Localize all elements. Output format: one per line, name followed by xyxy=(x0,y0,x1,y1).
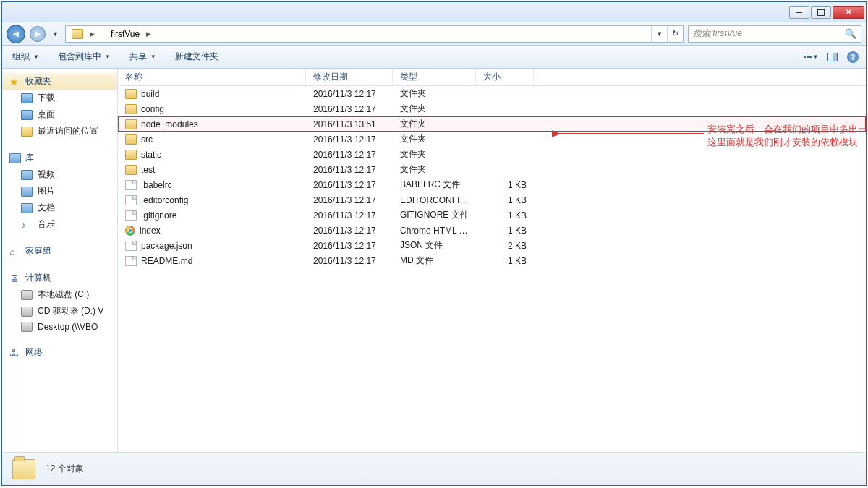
file-row[interactable]: .editorconfig2016/11/3 12:17EDITORCONFIG… xyxy=(118,192,866,207)
preview-pane-button[interactable] xyxy=(825,51,840,64)
breadcrumb-folder[interactable]: firstVue ▶ xyxy=(105,26,161,42)
refresh-button[interactable]: ↻ xyxy=(667,26,683,42)
sidebar: ★ 收藏夹 下载 桌面 最近访问的位置 库 视频 图片 文档 ♪音乐 ⌂ xyxy=(2,69,118,452)
status-text: 12 个对象 xyxy=(46,463,84,475)
minimize-button[interactable] xyxy=(789,6,809,19)
file-list[interactable]: build2016/11/3 12:17文件夹config2016/11/3 1… xyxy=(118,86,866,452)
sidebar-item-documents[interactable]: 文档 xyxy=(2,200,117,216)
sidebar-item-music[interactable]: ♪音乐 xyxy=(2,216,117,233)
history-dropdown[interactable]: ▼ xyxy=(50,30,61,38)
back-button[interactable]: ◄ xyxy=(7,25,25,43)
close-button[interactable] xyxy=(833,6,864,19)
file-pane: 名称 修改日期 类型 大小 build2016/11/3 12:17文件夹con… xyxy=(118,69,866,452)
recent-icon xyxy=(21,127,33,137)
search-input[interactable]: 搜索 firstVue 🔍 xyxy=(688,25,861,43)
drive-icon xyxy=(21,290,33,300)
folder-icon xyxy=(125,89,137,99)
sidebar-favorites-header[interactable]: ★ 收藏夹 xyxy=(2,73,117,90)
column-name[interactable]: 名称 xyxy=(118,69,306,85)
file-icon xyxy=(125,241,137,251)
music-icon: ♪ xyxy=(21,220,33,230)
file-row[interactable]: build2016/11/3 12:17文件夹 xyxy=(118,86,866,101)
titlebar[interactable] xyxy=(2,2,866,22)
sidebar-item-downloads[interactable]: 下载 xyxy=(2,90,117,106)
file-row[interactable]: package.json2016/11/3 12:17JSON 文件2 KB xyxy=(118,238,866,253)
file-row[interactable]: config2016/11/3 12:17文件夹 xyxy=(118,101,866,116)
sidebar-item-network-drive[interactable]: Desktop (\\VBO xyxy=(2,320,117,334)
file-row[interactable]: test2016/11/3 12:17文件夹 xyxy=(118,162,866,177)
cd-drive-icon xyxy=(21,307,33,317)
star-icon: ★ xyxy=(9,77,21,87)
homegroup-icon: ⌂ xyxy=(9,247,21,257)
file-row[interactable]: src2016/11/3 12:17文件夹 xyxy=(118,132,866,147)
folder-icon xyxy=(125,119,137,129)
folder-icon xyxy=(125,150,137,160)
documents-icon xyxy=(21,203,33,213)
file-row[interactable]: .babelrc2016/11/3 12:17BABELRC 文件1 KB xyxy=(118,177,866,192)
sidebar-libraries-header[interactable]: 库 xyxy=(2,150,117,166)
file-icon xyxy=(125,256,137,266)
sidebar-homegroup-header[interactable]: ⌂ 家庭组 xyxy=(2,243,117,260)
navigation-bar: ◄ ► ▼ ▶ firstVue ▶ ▾ ↻ 搜索 firstVue 🔍 xyxy=(2,22,866,46)
network-drive-icon xyxy=(21,322,33,332)
maximize-button[interactable] xyxy=(811,6,831,19)
file-row[interactable]: .gitignore2016/11/3 12:17GITIGNORE 文件1 K… xyxy=(118,207,866,223)
folder-icon xyxy=(125,134,137,145)
include-in-library-menu[interactable]: 包含到库中▼ xyxy=(55,48,114,65)
file-row[interactable]: static2016/11/3 12:17文件夹 xyxy=(118,147,866,162)
organize-menu[interactable]: 组织▼ xyxy=(9,48,42,65)
desktop-icon xyxy=(21,110,33,120)
column-date[interactable]: 修改日期 xyxy=(306,69,393,85)
column-type[interactable]: 类型 xyxy=(393,69,476,85)
pictures-icon xyxy=(21,187,33,197)
file-icon xyxy=(125,210,137,221)
folder-icon xyxy=(125,165,137,175)
column-size[interactable]: 大小 xyxy=(476,69,534,85)
sidebar-computer-header[interactable]: 🖥 计算机 xyxy=(2,270,117,286)
chevron-right-icon: ▶ xyxy=(142,30,155,38)
sidebar-item-drive-c[interactable]: 本地磁盘 (C:) xyxy=(2,286,117,303)
toolbar: 组织▼ 包含到库中▼ 共享▼ 新建文件夹 ▼ ? xyxy=(2,46,866,69)
network-icon: 🖧 xyxy=(9,348,21,358)
folder-icon xyxy=(72,29,83,39)
search-icon: 🔍 xyxy=(845,28,856,39)
address-bar[interactable]: ▶ firstVue ▶ ▾ ↻ xyxy=(65,25,684,43)
help-icon[interactable]: ? xyxy=(847,51,859,63)
folder-icon xyxy=(125,104,137,114)
sidebar-item-videos[interactable]: 视频 xyxy=(2,166,117,183)
sidebar-item-recent[interactable]: 最近访问的位置 xyxy=(2,123,117,140)
search-placeholder: 搜索 firstVue xyxy=(693,27,742,40)
explorer-window: ◄ ► ▼ ▶ firstVue ▶ ▾ ↻ 搜索 firstVue 🔍 组织▼… xyxy=(1,1,867,486)
status-bar: 12 个对象 xyxy=(2,452,866,485)
forward-button[interactable]: ► xyxy=(30,26,46,42)
sidebar-item-pictures[interactable]: 图片 xyxy=(2,183,117,200)
body-area: ★ 收藏夹 下载 桌面 最近访问的位置 库 视频 图片 文档 ♪音乐 ⌂ xyxy=(2,69,866,452)
sidebar-network-header[interactable]: 🖧 网络 xyxy=(2,344,117,361)
sidebar-item-desktop[interactable]: 桌面 xyxy=(2,106,117,123)
library-icon xyxy=(9,153,21,163)
share-menu[interactable]: 共享▼ xyxy=(127,48,159,65)
file-row[interactable]: index2016/11/3 12:17Chrome HTML D...1 KB xyxy=(118,223,866,238)
sidebar-item-drive-d[interactable]: CD 驱动器 (D:) V xyxy=(2,303,117,320)
file-icon xyxy=(125,195,137,205)
file-icon xyxy=(125,180,137,190)
status-folder-icon xyxy=(12,459,35,479)
chrome-icon xyxy=(125,226,135,236)
chevron-right-icon: ▶ xyxy=(86,30,98,38)
breadcrumb-label: firstVue xyxy=(111,29,140,39)
computer-icon: 🖥 xyxy=(9,273,21,283)
videos-icon xyxy=(21,170,33,180)
file-row[interactable]: README.md2016/11/3 12:17MD 文件1 KB xyxy=(118,253,866,268)
view-options-button[interactable]: ▼ xyxy=(804,51,818,64)
address-dropdown-button[interactable]: ▾ xyxy=(651,26,667,42)
column-headers: 名称 修改日期 类型 大小 xyxy=(118,69,866,86)
downloads-icon xyxy=(21,93,33,103)
new-folder-button[interactable]: 新建文件夹 xyxy=(172,48,221,65)
breadcrumb-root[interactable]: ▶ xyxy=(66,26,105,42)
file-row[interactable]: node_modules2016/11/3 13:51文件夹 xyxy=(118,116,866,132)
